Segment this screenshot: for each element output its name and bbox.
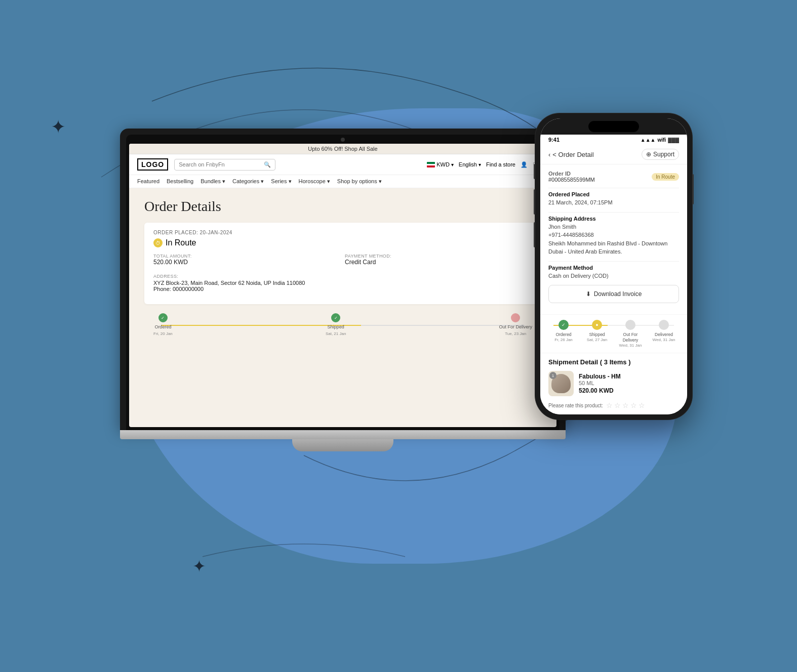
rating-row: Please rate this product: ☆ ☆ ☆ ☆ ☆: [548, 401, 679, 409]
star-5-icon[interactable]: ☆: [639, 401, 645, 409]
star-3-icon[interactable]: ☆: [622, 401, 629, 409]
support-label: Support: [653, 151, 674, 158]
support-icon: ⊕: [646, 151, 651, 158]
shipment-qty-badge: 1: [549, 372, 556, 379]
back-chevron-icon: ‹: [548, 151, 550, 158]
ordered-placed-section: Ordered Placed 21 March, 2024, 07:15PM: [548, 191, 679, 207]
download-invoice-button[interactable]: ⬇ Download Invoice: [548, 285, 679, 303]
payment-method-section: Payment Method Cash on Delivery (COD): [548, 265, 679, 280]
status-badge: ⏱ In Route: [153, 238, 532, 247]
phone-status-bar: 9:41 ▲▲▲ wifi ▓▓▓: [540, 135, 687, 145]
language-selector[interactable]: English ▾: [459, 161, 481, 167]
nav-categories[interactable]: Categories ▾: [232, 178, 264, 185]
star-2-icon[interactable]: ☆: [614, 401, 621, 409]
laptop-stand: [292, 439, 393, 451]
phone-step-ordered: ✓ Ordered Fr, 26 Jan: [548, 320, 579, 342]
app-title: < Order Detail: [552, 151, 593, 158]
star-4-icon[interactable]: ☆: [630, 401, 637, 409]
divider-3: [548, 261, 679, 262]
site-header-right: KWD ▾ English ▾ Find a store 👤 ♡ 🛍: [427, 161, 548, 168]
language-chevron-icon: ▾: [479, 162, 481, 167]
shipping-name: Jhon Smith: [548, 223, 679, 231]
star-rating[interactable]: ☆ ☆ ☆ ☆ ☆: [606, 401, 645, 409]
nav-shop-by-options[interactable]: Shop by options ▾: [337, 178, 382, 185]
address-line1: XYZ Block-23, Main Road, Sector 62 Noida…: [153, 280, 532, 286]
shipment-item-info: Fabulous - HM 50 ML 520.00 KWD: [579, 373, 679, 394]
laptop-screen-bezel: Upto 60% Off! Shop All Sale LOGO 🔍 KW: [126, 135, 560, 430]
progress-steps: ✓ Ordered Fri, 20 Jan ✓ Shipped Sat, 21 …: [153, 313, 532, 336]
nav-featured[interactable]: Featured: [137, 178, 160, 185]
order-id-section: Order ID #00085585599MM: [548, 171, 595, 183]
phone-volume-up-button: [534, 189, 535, 215]
phone-outer: 9:41 ▲▲▲ wifi ▓▓▓ ‹ < Order Detail ⊕: [535, 113, 692, 419]
order-info-grid: TOTAL AMOUNT: 520.00 KWD PAYMENT METHOD:…: [153, 254, 532, 266]
shipment-item: 1 Fabulous - HM 50 ML 520.00 KWD: [548, 371, 679, 396]
laptop-camera: [341, 138, 345, 142]
progress-step-ordered: ✓ Ordered Fri, 20 Jan: [153, 313, 173, 336]
star-1-icon[interactable]: ☆: [606, 401, 613, 409]
phone-time: 9:41: [548, 137, 560, 143]
currency-chevron-icon: ▾: [451, 162, 454, 167]
site-search-box[interactable]: 🔍: [174, 159, 275, 171]
search-icon: 🔍: [264, 161, 271, 168]
phone-mute-button: [534, 164, 535, 179]
site-header: LOGO 🔍 KWD ▾ English: [129, 154, 556, 175]
progress-step-out-for-delivery: Out For Delivery Tue, 23 Jan: [499, 313, 532, 336]
rating-label: Please rate this product:: [548, 403, 603, 408]
phone-dot-ordered: ✓: [559, 320, 569, 330]
app-header: ‹ < Order Detail ⊕ Support: [540, 145, 687, 164]
nav-series[interactable]: Series ▾: [271, 178, 291, 185]
phone-dot-delivered: [659, 320, 669, 330]
shipment-item-name: Fabulous - HM: [579, 373, 679, 380]
laptop-screen-outer: Upto 60% Off! Shop All Sale LOGO 🔍 KW: [120, 129, 566, 430]
step-dot-ordered: ✓: [158, 313, 168, 322]
step-label-ordered: Ordered: [154, 324, 171, 329]
divider-2: [548, 212, 679, 213]
step-label-out-delivery: Out For Delivery: [499, 324, 532, 329]
order-id-row: Order ID #00085585599MM In Route: [548, 171, 679, 183]
phone-device: 9:41 ▲▲▲ wifi ▓▓▓ ‹ < Order Detail ⊕: [535, 113, 692, 419]
shipping-phone: +971-4448586368: [548, 231, 679, 239]
currency-selector[interactable]: KWD ▾: [427, 161, 454, 167]
nav-horoscope[interactable]: Horoscope ▾: [299, 178, 330, 185]
language-label: English: [459, 161, 477, 167]
step-dot-out-delivery: [511, 313, 520, 322]
nav-bestselling[interactable]: Bestselling: [167, 178, 193, 185]
download-invoice-label: Download Invoice: [594, 290, 642, 298]
phone-step-shipped: ● Shipped Sat, 27 Jan: [582, 320, 612, 342]
payment-method-value: Credit Card: [345, 259, 532, 266]
nav-bundles[interactable]: Bundles ▾: [201, 178, 225, 185]
phone-dot-shipped: ●: [592, 320, 602, 330]
address-phone: Phone: 0000000000: [153, 286, 532, 292]
order-status-badge: In Route: [652, 173, 679, 181]
find-store-link[interactable]: Find a store: [486, 161, 515, 167]
phone-step-delivered: Delivered Wed, 31 Jan: [649, 320, 679, 342]
progress-step-shipped: ✓ Shipped Sat, 21 Jan: [326, 313, 346, 336]
order-address: ADDRESS: XYZ Block-23, Main Road, Sector…: [153, 271, 532, 292]
app-body: Order ID #00085585599MM In Route Ordered…: [540, 164, 687, 314]
site-logo[interactable]: LOGO: [137, 158, 168, 171]
shipment-item-price: 520.00 KWD: [579, 387, 679, 394]
order-placed-label: ORDER PLACED: 20-JAN-2024: [153, 230, 532, 235]
step-dot-shipped: ✓: [331, 313, 340, 322]
shipping-address-label: Shipping Address: [548, 216, 679, 222]
status-label: In Route: [166, 238, 196, 247]
search-input[interactable]: [179, 161, 261, 167]
back-button[interactable]: ‹ < Order Detail: [548, 151, 594, 158]
support-button[interactable]: ⊕ Support: [642, 149, 679, 160]
phone-step-label-out-delivery: Out For Delivery: [615, 332, 646, 343]
ordered-placed-value: 21 March, 2024, 07:15PM: [548, 198, 679, 207]
phone-step-out-delivery: Out For Delivery Wed, 31 Jan: [615, 320, 646, 348]
phone-step-date-shipped: Sat, 27 Jan: [587, 338, 607, 342]
user-icon[interactable]: 👤: [521, 161, 528, 168]
laptop-device: Upto 60% Off! Shop All Sale LOGO 🔍 KW: [120, 129, 566, 451]
phone-step-date-ordered: Fr, 26 Jan: [554, 338, 573, 342]
download-icon: ⬇: [586, 290, 591, 298]
total-amount-value: 520.00 KWD: [153, 259, 341, 266]
phone-volume-down-button: [534, 222, 535, 247]
shipping-address: Sheikh Mohammed bin Rashid Blvd - Downto…: [548, 239, 679, 256]
wifi-icon: wifi: [657, 137, 666, 143]
phone-step-label-ordered: Ordered: [555, 332, 571, 338]
kuwait-flag-icon: [427, 162, 435, 167]
site-main: Order Details ORDER PLACED: 20-JAN-2024 …: [129, 188, 556, 421]
